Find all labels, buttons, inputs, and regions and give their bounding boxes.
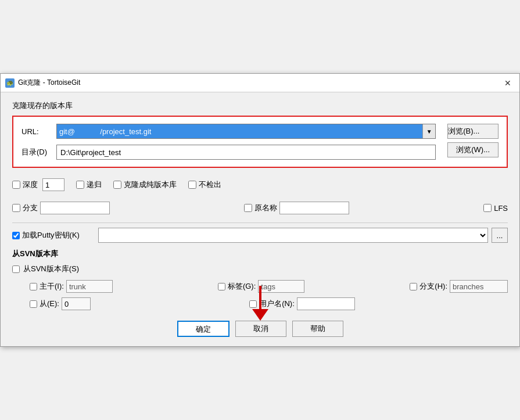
dir-input[interactable]: [56, 145, 436, 160]
no-checkout-checkbox[interactable]: [188, 181, 196, 189]
trunk-checkbox[interactable]: [30, 283, 37, 290]
origin-label: 原名称: [254, 203, 277, 213]
title-bar: 🐢 Git克隆 - TortoiseGit ✕: [1, 74, 519, 92]
url-dropdown-button[interactable]: ▼: [422, 124, 435, 138]
clone-browse-buttons: 浏览(B)... 浏览(W)...: [442, 124, 499, 160]
footer-row: 确定 取消 帮助: [12, 321, 508, 337]
divider-1: [12, 222, 508, 223]
clone-section-label: 克隆现存的版本库: [12, 100, 508, 111]
from-input[interactable]: [62, 297, 91, 310]
branch-input[interactable]: [40, 202, 110, 214]
putty-checkbox[interactable]: [12, 232, 20, 239]
help-button[interactable]: 帮助: [292, 321, 343, 337]
options-row-2: 分支 原名称 LFS: [12, 199, 508, 217]
branches-checkbox[interactable]: [410, 283, 417, 290]
depth-input[interactable]: [42, 178, 64, 191]
browse-w-button[interactable]: 浏览(W)...: [447, 142, 499, 157]
options-row-1: 深度 递归 克隆成纯版本库 不检出: [12, 176, 508, 193]
branch-checkbox[interactable]: [12, 204, 20, 212]
branch-checkbox-wrap: 分支: [12, 202, 110, 214]
cancel-button[interactable]: 取消: [235, 321, 286, 337]
depth-checkbox-wrap: 深度: [12, 178, 64, 191]
tags-checkbox[interactable]: [218, 283, 225, 290]
branches-group: 分支(H):: [410, 280, 508, 293]
lfs-label: LFS: [494, 204, 508, 213]
arrow-head: [252, 309, 268, 321]
clone-fields: URL: ▼ 目录(D): [21, 124, 436, 160]
recursive-checkbox-wrap: 递归: [76, 180, 102, 190]
window-title: Git克隆 - TortoiseGit: [18, 78, 80, 88]
origin-checkbox[interactable]: [244, 204, 252, 212]
putty-row: 加载Putty密钥(K) ...: [12, 228, 508, 243]
app-icon: 🐢: [5, 78, 15, 88]
branch-label: 分支: [23, 203, 38, 213]
browse-b-button[interactable]: 浏览(B)...: [447, 124, 499, 139]
recursive-label: 递归: [87, 180, 102, 190]
origin-input[interactable]: [279, 202, 349, 214]
url-input-wrap: ▼: [56, 124, 436, 139]
lfs-checkbox-wrap: LFS: [483, 204, 508, 213]
lfs-checkbox[interactable]: [483, 204, 492, 212]
url-row: URL: ▼: [21, 124, 436, 139]
trunk-label: 主干(I):: [40, 281, 64, 292]
username-input[interactable]: [297, 297, 355, 310]
svn-checkbox[interactable]: [12, 265, 20, 273]
from-checkbox[interactable]: [30, 300, 37, 308]
close-button[interactable]: ✕: [501, 77, 515, 89]
from-group: 从(E):: [30, 297, 91, 310]
svn-checkbox-row: 从SVN版本库(S): [12, 264, 508, 274]
from-label: 从(E):: [40, 299, 59, 309]
url-input[interactable]: [57, 124, 422, 138]
putty-select-wrap: [98, 228, 488, 243]
arrow-shaft: [259, 286, 261, 309]
svn-from-label: 从SVN版本库(S): [23, 264, 79, 274]
no-checkout-label: 不检出: [199, 180, 221, 190]
branches-label: 分支(H):: [419, 281, 447, 292]
arrow-indicator: [252, 286, 268, 321]
bare-label: 克隆成纯版本库: [124, 180, 177, 190]
trunk-group: 主干(I):: [30, 280, 113, 293]
dir-row: 目录(D): [21, 145, 436, 160]
bare-checkbox-wrap: 克隆成纯版本库: [113, 180, 177, 190]
clone-box: URL: ▼ 目录(D) 浏览(B)... 浏览(W)...: [12, 116, 508, 168]
ok-button[interactable]: 确定: [177, 321, 229, 337]
branches-input[interactable]: [450, 280, 508, 293]
url-label: URL:: [21, 127, 56, 136]
putty-label-wrap: 加载Putty密钥(K): [12, 230, 94, 240]
dialog-content: 克隆现存的版本库 URL: ▼ 目录(D): [1, 92, 519, 346]
dir-label: 目录(D): [21, 147, 56, 157]
putty-select[interactable]: [99, 228, 487, 242]
putty-label: 加载Putty密钥(K): [22, 230, 80, 240]
no-checkout-checkbox-wrap: 不检出: [188, 180, 221, 190]
depth-checkbox[interactable]: [12, 181, 20, 189]
bare-checkbox[interactable]: [113, 181, 121, 189]
recursive-checkbox[interactable]: [76, 181, 84, 189]
depth-label: 深度: [23, 180, 38, 190]
trunk-input[interactable]: [66, 280, 113, 293]
main-window: 🐢 Git克隆 - TortoiseGit ✕ 克隆现存的版本库 URL: ▼: [0, 73, 520, 347]
origin-checkbox-wrap: 原名称: [244, 202, 349, 214]
svn-section-label: 从SVN版本库: [12, 249, 508, 259]
putty-dots-button[interactable]: ...: [492, 228, 508, 243]
title-bar-left: 🐢 Git克隆 - TortoiseGit: [5, 78, 80, 88]
